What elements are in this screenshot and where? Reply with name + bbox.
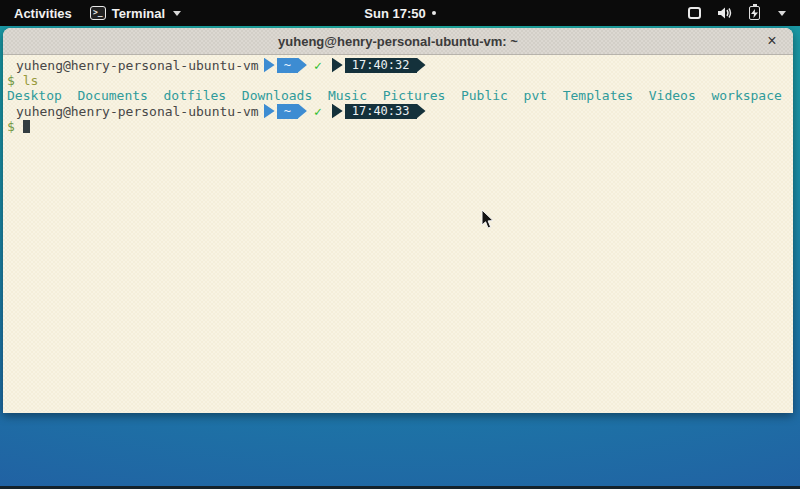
terminal-screen[interactable]: yuheng@henry-personal-ubuntu-vm ~ ✓ 17:4… [3, 55, 793, 412]
powerline-separator-icon [264, 104, 275, 119]
activities-button[interactable]: Activities [10, 6, 76, 21]
prompt-user: yuheng@henry-personal-ubuntu-vm [7, 58, 259, 73]
prompt-path: ~ [277, 58, 298, 73]
prompt-path: ~ [277, 104, 298, 119]
prompt-line: yuheng@henry-personal-ubuntu-vm ~ ✓ 17:4… [7, 103, 793, 119]
terminal-window: yuheng@henry-personal-ubuntu-vm: ~ × yuh… [3, 28, 793, 413]
notification-dot-icon [432, 11, 436, 15]
command-line: $ ls [7, 73, 793, 88]
powerline-arrow-icon [417, 58, 426, 73]
terminal-icon: >_ [90, 6, 106, 20]
directory-listing: Desktop Documents dotfiles Downloads Mus… [7, 88, 793, 103]
typed-command: ls [23, 73, 39, 88]
powerline-arrow-icon [298, 104, 307, 119]
screen-icon [688, 7, 701, 19]
prompt-time: 17:40:32 [345, 58, 417, 73]
app-menu-terminal[interactable]: >_ Terminal [90, 6, 181, 21]
prompt-time: 17:40:33 [345, 104, 417, 119]
prompt-line: yuheng@henry-personal-ubuntu-vm ~ ✓ 17:4… [7, 57, 793, 73]
powerline-arrow-icon [298, 58, 307, 73]
chevron-down-icon [778, 11, 786, 16]
close-icon[interactable]: × [761, 30, 783, 52]
powerline-arrow-icon [417, 104, 426, 119]
top-bar: Activities >_ Terminal Sun 17:50 [0, 0, 800, 26]
clock-label: Sun 17:50 [364, 6, 425, 21]
check-icon: ✓ [314, 58, 322, 73]
window-title: yuheng@henry-personal-ubuntu-vm: ~ [278, 34, 518, 49]
window-titlebar[interactable]: yuheng@henry-personal-ubuntu-vm: ~ × [3, 28, 793, 55]
prompt-user: yuheng@henry-personal-ubuntu-vm [7, 104, 259, 119]
prompt-symbol: $ [7, 73, 15, 88]
prompt-symbol: $ [7, 119, 15, 134]
clock-button[interactable]: Sun 17:50 [364, 6, 435, 21]
powerline-separator-icon [264, 58, 275, 73]
volume-icon [717, 6, 733, 20]
desktop-background: yuheng@henry-personal-ubuntu-vm: ~ × yuh… [0, 26, 800, 489]
app-menu-label: Terminal [112, 6, 165, 21]
chevron-down-icon [173, 11, 181, 16]
check-icon: ✓ [314, 104, 322, 119]
powerline-separator-icon [332, 58, 343, 73]
system-tray[interactable] [688, 6, 800, 20]
battery-icon [749, 6, 760, 20]
powerline-separator-icon [332, 104, 343, 119]
text-cursor [23, 120, 30, 133]
input-line: $ [7, 119, 793, 134]
